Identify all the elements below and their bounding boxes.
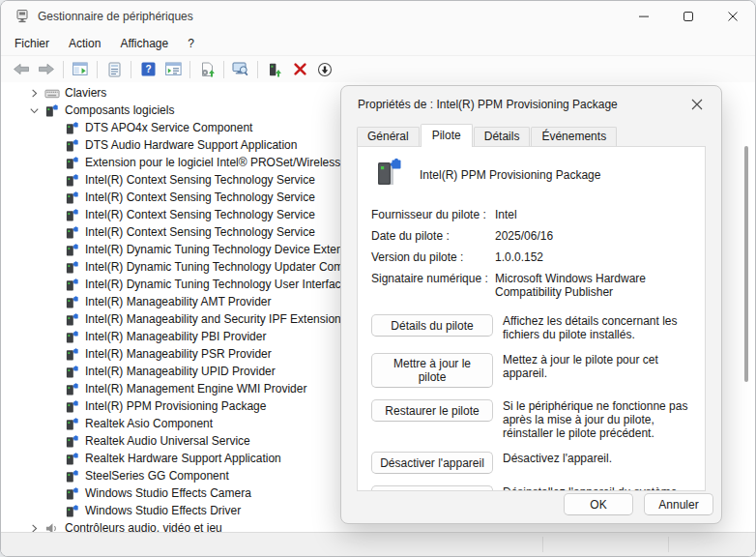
back-icon[interactable] bbox=[9, 58, 34, 80]
tree-item-label: DTS Audio Hardware Support Application bbox=[85, 136, 297, 154]
driver-info-row: Fournisseur du pilote :Intel bbox=[371, 208, 691, 221]
software-component-icon bbox=[65, 312, 80, 327]
driver-action-row: Détails du piloteAffichez les détails co… bbox=[371, 314, 691, 341]
driver-info-row: Version du pilote :1.0.0.152 bbox=[371, 250, 691, 264]
action-description: Désinstallez l'appareil du système (avan… bbox=[503, 485, 691, 491]
tree-item-label: Intel(R) Manageability PSR Provider bbox=[85, 345, 272, 363]
software-component-icon bbox=[65, 225, 80, 240]
scan-hardware-icon[interactable] bbox=[228, 58, 253, 80]
action-description: Mettez à jour le pilote pour cet apparei… bbox=[503, 353, 691, 380]
tree-item-label: Extension pour le logiciel Intel® PROSet… bbox=[85, 154, 340, 171]
action-description: Si le périphérique ne fonctionne pas apr… bbox=[503, 399, 691, 440]
software-component-icon bbox=[65, 452, 80, 466]
close-button[interactable] bbox=[711, 1, 755, 32]
status-bar-divider bbox=[668, 537, 669, 552]
tab-événements[interactable]: Événements bbox=[531, 127, 617, 146]
device-icon bbox=[371, 157, 404, 192]
forward-icon[interactable] bbox=[34, 58, 59, 80]
tree-item-label: Claviers bbox=[65, 84, 106, 102]
device-name: Intel(R) PPM Provisioning Package bbox=[420, 168, 600, 182]
software-component-icon bbox=[65, 260, 80, 275]
restaurer-le-pilote-button[interactable]: Restaurer le pilote bbox=[371, 399, 493, 422]
maximize-button[interactable] bbox=[666, 1, 711, 32]
software-component-icon bbox=[65, 243, 80, 257]
action-description: Affichez les détails concernant les fich… bbox=[503, 314, 691, 341]
disable-device-icon[interactable] bbox=[312, 58, 337, 80]
tree-item-label: Contrôleurs audio, vidéo et jeu bbox=[65, 519, 222, 533]
tree-item-label: Realtek Asio Component bbox=[85, 415, 213, 432]
driver-info-fields: Fournisseur du pilote :IntelDate du pilo… bbox=[358, 196, 705, 299]
tree-item-label: Realtek Audio Universal Service bbox=[85, 432, 250, 450]
field-value: 1.0.0.152 bbox=[495, 250, 691, 264]
toolbar: ? bbox=[1, 55, 755, 83]
dialog-title: Propriétés de : Intel(R) PPM Provisionin… bbox=[358, 98, 618, 111]
software-component-icon bbox=[65, 295, 80, 309]
status-bar bbox=[1, 532, 755, 556]
properties-icon[interactable] bbox=[102, 58, 127, 80]
software-component-icon bbox=[65, 486, 80, 501]
détails-du-pilote-button[interactable]: Détails du pilote bbox=[371, 314, 493, 337]
software-component-icon bbox=[65, 330, 80, 344]
tab-pilote[interactable]: Pilote bbox=[421, 124, 473, 147]
dialog-title-bar: Propriétés de : Intel(R) PPM Provisionin… bbox=[341, 86, 721, 123]
chevron-right-icon[interactable] bbox=[28, 86, 44, 100]
menu-fichier[interactable]: Fichier bbox=[5, 34, 59, 53]
driver-info-row: Signataire numérique :Microsoft Windows … bbox=[371, 272, 691, 299]
tree-item-label: DTS APO4x Service Component bbox=[85, 119, 252, 136]
tab-général[interactable]: Général bbox=[357, 127, 420, 146]
software-component-icon bbox=[65, 191, 80, 205]
driver-actions: Détails du piloteAffichez les détails co… bbox=[358, 307, 705, 491]
window-title: Gestionnaire de périphériques bbox=[38, 10, 193, 23]
tree-item-label: Composants logiciels bbox=[65, 102, 174, 119]
device-header: Intel(R) PPM Provisioning Package bbox=[358, 147, 705, 196]
chevron-down-icon[interactable] bbox=[28, 103, 44, 117]
settings-document-icon[interactable] bbox=[194, 58, 219, 80]
ok-button[interactable]: OK bbox=[564, 493, 633, 515]
tree-item-label: Intel(R) Context Sensing Technology Serv… bbox=[85, 223, 315, 241]
maximize-icon bbox=[683, 8, 693, 25]
cancel-button[interactable]: Annuler bbox=[644, 493, 713, 515]
software-component-icon bbox=[65, 347, 80, 362]
tree-item-label: Intel(R) Manageability PBI Provider bbox=[85, 328, 266, 345]
driver-action-row: Désinstaller l'appareilDésinstallez l'ap… bbox=[371, 485, 691, 491]
désinstaller-l-appareil-button[interactable]: Désinstaller l'appareil bbox=[371, 485, 493, 491]
dialog-tabs: GénéralPiloteDétailsÉvénements bbox=[341, 123, 721, 146]
driver-action-row: Restaurer le piloteSi le périphérique ne… bbox=[371, 399, 691, 440]
tree-item-label: Intel(R) Dynamic Tuning Technology User … bbox=[85, 276, 341, 293]
close-icon bbox=[728, 8, 738, 25]
properties-dialog: Propriétés de : Intel(R) PPM Provisionin… bbox=[340, 85, 722, 524]
update-driver-icon[interactable] bbox=[262, 58, 287, 80]
uninstall-device-icon[interactable] bbox=[287, 58, 312, 80]
field-label: Fournisseur du pilote : bbox=[371, 208, 495, 221]
menu-affichage[interactable]: Affichage bbox=[110, 34, 178, 53]
software-component-icon bbox=[65, 121, 80, 135]
show-console-tree-icon[interactable] bbox=[68, 58, 93, 80]
toolbar-separator bbox=[63, 61, 64, 78]
minimize-icon bbox=[639, 8, 649, 25]
software-component-icon bbox=[65, 208, 80, 222]
field-value: Microsoft Windows Hardware Compatibility… bbox=[495, 272, 691, 299]
driver-action-row: Mettre à jour le piloteMettez à jour le … bbox=[371, 353, 691, 388]
tree-item-label: Intel(R) Manageability UPID Provider bbox=[85, 363, 276, 380]
tab-détails[interactable]: Détails bbox=[474, 127, 531, 146]
minimize-button[interactable] bbox=[622, 1, 666, 32]
menu-?[interactable]: ? bbox=[178, 34, 204, 53]
tree-item-label: Intel(R) Manageability and Security IPF … bbox=[85, 310, 341, 328]
driver-action-row: Désactiver l'appareilDésactivez l'appare… bbox=[371, 452, 691, 474]
toolbar-separator bbox=[97, 61, 98, 78]
software-component-icon bbox=[65, 417, 80, 431]
mettre-à-jour-le-pilote-button[interactable]: Mettre à jour le pilote bbox=[371, 353, 493, 388]
menu-action[interactable]: Action bbox=[59, 34, 110, 53]
tree-item-label: Intel(R) Manageability AMT Provider bbox=[85, 293, 272, 310]
toolbar-separator bbox=[189, 61, 190, 78]
tree-item-label: Windows Studio Effects Camera bbox=[85, 484, 251, 502]
vertical-scrollbar[interactable] bbox=[744, 146, 748, 382]
dialog-close-icon[interactable] bbox=[686, 94, 708, 115]
désactiver-l-appareil-button[interactable]: Désactiver l'appareil bbox=[371, 452, 493, 474]
action-pane-icon[interactable] bbox=[160, 58, 186, 80]
toolbar-separator bbox=[223, 61, 224, 78]
title-bar: Gestionnaire de périphériques bbox=[1, 1, 755, 32]
help-icon[interactable]: ? bbox=[135, 58, 160, 80]
window-controls bbox=[622, 1, 755, 32]
software-component-icon bbox=[65, 156, 80, 170]
